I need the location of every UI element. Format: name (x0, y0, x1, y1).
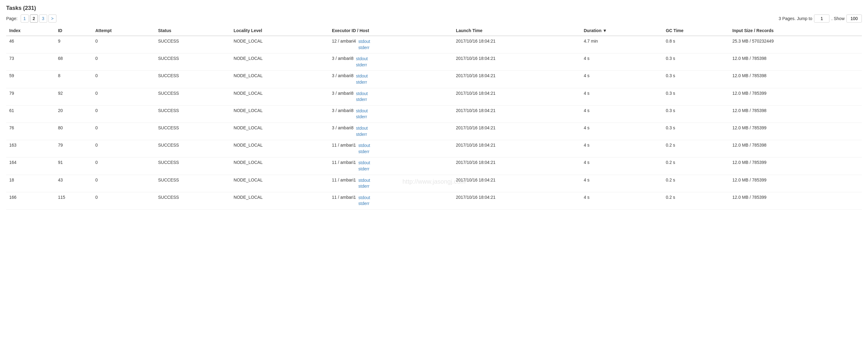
col-id: ID (55, 26, 92, 36)
stderr-link[interactable]: stderr (359, 166, 370, 172)
cell-gc-time: 0.2 s (662, 140, 729, 157)
sort-icon: ▼ (603, 28, 607, 33)
page-title: Tasks (231) (6, 5, 862, 11)
table-row: 18430SUCCESSNODE_LOCAL11 / ambari1stdout… (6, 175, 862, 192)
cell-index: 61 (6, 105, 55, 123)
cell-index: 46 (6, 36, 55, 53)
cell-launch-time: 2017/10/16 18:04:21 (453, 157, 581, 175)
stderr-link[interactable]: stderr (356, 79, 368, 86)
cell-executor: 3 / ambari8stdoutstderr (329, 71, 453, 88)
pagination-label: Page: (6, 16, 18, 21)
cell-executor: 3 / ambari8stdoutstderr (329, 105, 453, 123)
page-btn-3[interactable]: 3 (39, 14, 47, 23)
cell-locality: NODE_LOCAL (230, 53, 329, 71)
page-btn-2[interactable]: 2 (30, 14, 38, 23)
cell-duration: 4 s (581, 123, 662, 140)
col-index: Index (6, 26, 55, 36)
cell-attempt: 0 (92, 71, 155, 88)
col-input-size: Input Size / Records (729, 26, 862, 36)
cell-status: SUCCESS (155, 53, 230, 71)
cell-launch-time: 2017/10/16 18:04:21 (453, 53, 581, 71)
cell-gc-time: 0.3 s (662, 123, 729, 140)
cell-id: 115 (55, 192, 92, 209)
stderr-link[interactable]: stderr (359, 201, 370, 207)
stdout-link[interactable]: stdout (359, 195, 370, 201)
show-label: . Show (831, 16, 844, 21)
table-row: 163790SUCCESSNODE_LOCAL11 / ambari1stdou… (6, 140, 862, 157)
stdout-link[interactable]: stdout (356, 108, 368, 114)
cell-gc-time: 0.2 s (662, 192, 729, 209)
table-row: 61200SUCCESSNODE_LOCAL3 / ambari8stdouts… (6, 105, 862, 123)
cell-id: 92 (55, 88, 92, 105)
cell-index: 18 (6, 175, 55, 192)
page-btn-1[interactable]: 1 (21, 14, 29, 23)
cell-duration: 4 s (581, 53, 662, 71)
show-count-input[interactable] (846, 14, 862, 23)
cell-gc-time: 0.3 s (662, 53, 729, 71)
cell-input-size: 12.0 MB / 785398 (729, 71, 862, 88)
cell-index: 164 (6, 157, 55, 175)
stderr-link[interactable]: stderr (356, 114, 368, 120)
cell-locality: NODE_LOCAL (230, 175, 329, 192)
log-links: stdoutstderr (356, 91, 368, 103)
cell-executor: 3 / ambari8stdoutstderr (329, 123, 453, 140)
cell-attempt: 0 (92, 36, 155, 53)
stderr-link[interactable]: stderr (359, 45, 370, 51)
table-row: 73680SUCCESSNODE_LOCAL3 / ambari8stdouts… (6, 53, 862, 71)
col-locality: Locality Level (230, 26, 329, 36)
cell-duration: 4 s (581, 175, 662, 192)
stdout-link[interactable]: stdout (356, 56, 368, 62)
stdout-link[interactable]: stdout (359, 143, 370, 149)
stderr-link[interactable]: stderr (356, 62, 368, 68)
jump-to-input[interactable] (814, 14, 830, 23)
cell-launch-time: 2017/10/16 18:04:21 (453, 105, 581, 123)
executor-text: 3 / ambari8 (332, 91, 353, 96)
cell-locality: NODE_LOCAL (230, 88, 329, 105)
cell-input-size: 12.0 MB / 785399 (729, 123, 862, 140)
cell-input-size: 12.0 MB / 785399 (729, 192, 862, 209)
page-btn-next[interactable]: > (49, 14, 57, 23)
cell-gc-time: 0.3 s (662, 105, 729, 123)
col-duration[interactable]: Duration ▼ (581, 26, 662, 36)
cell-executor: 11 / ambari1stdoutstderr (329, 175, 453, 192)
cell-launch-time: 2017/10/16 18:04:21 (453, 88, 581, 105)
stdout-link[interactable]: stdout (356, 91, 368, 97)
col-gc-time: GC Time (662, 26, 729, 36)
cell-locality: NODE_LOCAL (230, 192, 329, 209)
cell-attempt: 0 (92, 140, 155, 157)
stderr-link[interactable]: stderr (359, 183, 370, 189)
cell-locality: NODE_LOCAL (230, 36, 329, 53)
cell-id: 80 (55, 123, 92, 140)
cell-status: SUCCESS (155, 105, 230, 123)
cell-locality: NODE_LOCAL (230, 140, 329, 157)
cell-executor: 11 / ambari1stdoutstderr (329, 192, 453, 209)
cell-id: 8 (55, 71, 92, 88)
stdout-link[interactable]: stdout (359, 160, 370, 166)
cell-id: 9 (55, 36, 92, 53)
stderr-link[interactable]: stderr (359, 149, 370, 155)
log-links: stdoutstderr (356, 56, 368, 68)
cell-attempt: 0 (92, 88, 155, 105)
table-row: 164910SUCCESSNODE_LOCAL11 / ambari1stdou… (6, 157, 862, 175)
stderr-link[interactable]: stderr (356, 131, 368, 138)
cell-input-size: 12.0 MB / 785398 (729, 53, 862, 71)
log-links: stdoutstderr (356, 73, 368, 85)
stdout-link[interactable]: stdout (359, 178, 370, 184)
cell-id: 43 (55, 175, 92, 192)
cell-executor: 12 / ambari4stdoutstderr (329, 36, 453, 53)
cell-duration: 4 s (581, 105, 662, 123)
stdout-link[interactable]: stdout (356, 73, 368, 79)
cell-status: SUCCESS (155, 123, 230, 140)
cell-attempt: 0 (92, 192, 155, 209)
cell-status: SUCCESS (155, 157, 230, 175)
log-links: stdoutstderr (359, 143, 370, 155)
stdout-link[interactable]: stdout (356, 125, 368, 131)
log-links: stdoutstderr (359, 160, 370, 172)
stdout-link[interactable]: stdout (359, 38, 370, 45)
stderr-link[interactable]: stderr (356, 97, 368, 103)
cell-executor: 11 / ambari1stdoutstderr (329, 157, 453, 174)
table-row: 1661150SUCCESSNODE_LOCAL11 / ambari1stdo… (6, 192, 862, 209)
executor-text: 11 / ambari1 (332, 178, 356, 182)
cell-id: 79 (55, 140, 92, 157)
executor-text: 11 / ambari1 (332, 160, 356, 165)
